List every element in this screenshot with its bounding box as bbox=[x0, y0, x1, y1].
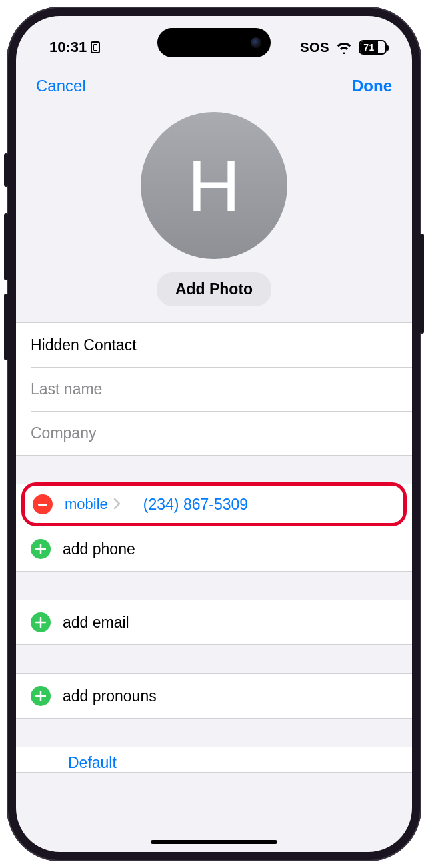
phone-entry-row[interactable]: mobile (234) 867-5309 bbox=[25, 486, 403, 523]
add-pronouns-row[interactable]: add pronouns bbox=[16, 674, 412, 718]
phone-type-label[interactable]: mobile bbox=[65, 496, 108, 513]
add-pronouns-button[interactable] bbox=[31, 686, 51, 706]
volume-up-button bbox=[4, 213, 8, 280]
first-name-row[interactable] bbox=[16, 323, 412, 367]
battery-level: 71 bbox=[360, 41, 378, 53]
add-email-label: add email bbox=[63, 614, 129, 632]
battery-icon: 71 bbox=[359, 40, 387, 55]
company-field[interactable] bbox=[31, 424, 397, 442]
cancel-button[interactable]: Cancel bbox=[36, 77, 86, 95]
email-section: add email bbox=[16, 600, 412, 645]
minus-icon bbox=[38, 504, 47, 506]
mute-switch bbox=[4, 153, 8, 187]
avatar-initial: H bbox=[187, 143, 240, 228]
add-email-row[interactable]: add email bbox=[16, 600, 412, 644]
add-photo-button[interactable]: Add Photo bbox=[157, 272, 271, 306]
avatar-section: H Add Photo bbox=[16, 109, 412, 322]
wifi-icon bbox=[336, 41, 352, 54]
vertical-separator bbox=[131, 491, 131, 518]
contact-avatar[interactable]: H bbox=[141, 112, 287, 259]
screen: 10:31 SOS 71 Cancel Done H Add Photo bbox=[16, 16, 412, 852]
sim-icon bbox=[91, 41, 100, 53]
phone-section: mobile (234) 867-5309 add phone bbox=[16, 484, 412, 572]
done-button[interactable]: Done bbox=[352, 77, 392, 95]
plus-icon bbox=[35, 544, 46, 554]
last-name-field[interactable] bbox=[31, 380, 397, 398]
plus-icon bbox=[35, 617, 46, 628]
add-phone-label: add phone bbox=[63, 540, 135, 558]
sos-indicator: SOS bbox=[300, 40, 329, 55]
add-pronouns-label: add pronouns bbox=[63, 687, 157, 705]
first-name-field[interactable] bbox=[31, 336, 397, 354]
status-right: SOS 71 bbox=[300, 40, 387, 55]
phone-entry-highlight: mobile (234) 867-5309 bbox=[21, 482, 407, 526]
dynamic-island bbox=[157, 28, 271, 57]
chevron-right-icon bbox=[113, 496, 121, 514]
add-email-button[interactable] bbox=[31, 612, 51, 632]
phone-number-value[interactable]: (234) 867-5309 bbox=[143, 496, 248, 514]
ringtone-row[interactable]: Default bbox=[16, 747, 412, 772]
pronouns-section: add pronouns bbox=[16, 673, 412, 719]
nav-bar: Cancel Done bbox=[16, 63, 412, 109]
ringtone-section: Default bbox=[16, 747, 412, 773]
last-name-row[interactable] bbox=[16, 367, 412, 411]
name-section bbox=[16, 322, 412, 456]
status-time: 10:31 bbox=[49, 39, 87, 56]
ringtone-value: Default bbox=[68, 754, 117, 772]
power-button bbox=[420, 234, 424, 334]
plus-icon bbox=[35, 691, 46, 701]
volume-down-button bbox=[4, 294, 8, 360]
device-frame: 10:31 SOS 71 Cancel Done H Add Photo bbox=[7, 7, 421, 861]
add-phone-button[interactable] bbox=[31, 539, 51, 559]
status-left: 10:31 bbox=[49, 39, 100, 56]
remove-phone-button[interactable] bbox=[33, 494, 53, 514]
front-camera-icon bbox=[251, 37, 261, 48]
home-indicator[interactable] bbox=[151, 840, 277, 844]
add-phone-row[interactable]: add phone bbox=[16, 527, 412, 571]
company-row[interactable] bbox=[16, 411, 412, 455]
